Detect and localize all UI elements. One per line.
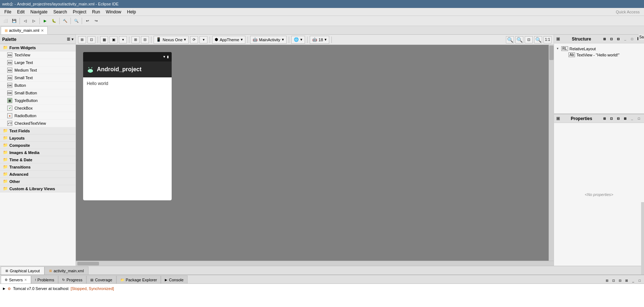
canvas-main[interactable]: ▼ ▮ Android_project [76, 45, 549, 261]
palette-item-medium-text[interactable]: Ab Medium Text [0, 67, 76, 74]
redo-btn[interactable]: ↪ [92, 17, 100, 25]
palette-chevron-icon[interactable]: ▾ [72, 37, 73, 41]
editor-tab-graphical[interactable]: ⊞ Graphical Layout [1, 267, 44, 274]
canvas-btn-1[interactable]: ⊞ [78, 36, 86, 43]
bottom-btn-1[interactable]: ⊞ [604, 278, 610, 283]
canvas-scrollbar-vertical[interactable] [549, 45, 554, 261]
small-text-icon: Ab [7, 75, 12, 80]
palette-category-transitions[interactable]: 📁 Transitions [0, 163, 76, 171]
tree-item-textview[interactable]: Ab TextView - "Hello world!" [563, 52, 642, 58]
new-btn[interactable]: ⬜ [1, 17, 9, 25]
undo-btn[interactable]: ↩ [83, 17, 91, 25]
zoom-real-btn[interactable]: 1:1 [544, 36, 551, 43]
device-dropdown[interactable]: 📱 Nexus One ▾ [154, 36, 189, 44]
bottom-btn-2[interactable]: ⊡ [611, 278, 617, 283]
api-dropdown[interactable]: 🤖 18 ▾ [310, 36, 329, 44]
outline-minimize[interactable]: _ [622, 36, 628, 42]
palette-category-other[interactable]: 📁 Other [0, 178, 76, 185]
outline-maximize[interactable]: □ [629, 36, 635, 42]
canvas-btn-2[interactable]: ⊡ [87, 36, 95, 43]
progress-label: Progress [66, 278, 82, 282]
menu-project[interactable]: Project [70, 9, 89, 15]
canvas-btn-5[interactable]: ▾ [119, 36, 127, 43]
palette-item-radiobutton[interactable]: ● RadioButton [0, 112, 76, 120]
props-minimize[interactable]: _ [629, 116, 635, 121]
rotate-btn[interactable]: ⟳ [190, 36, 198, 43]
theme-dropdown[interactable]: ⬢ AppTheme ▾ [212, 36, 245, 44]
canvas-btn-8[interactable]: ▾ [199, 36, 207, 43]
palette-category-advanced[interactable]: 📁 Advanced [0, 171, 76, 178]
palette-item-textview[interactable]: Ab TextView [0, 51, 76, 59]
device-label: Nexus One [163, 38, 183, 42]
palette-category-time-date[interactable]: 📁 Time & Date [0, 156, 76, 163]
props-scrollbar[interactable] [641, 202, 644, 274]
palette-category-custom-library[interactable]: 📁 Custom & Library Views [0, 185, 76, 192]
palette-item-checkbox[interactable]: ✓ CheckBox [0, 105, 76, 112]
debug-btn[interactable]: 🐛 [50, 17, 58, 25]
palette-category-composite[interactable]: 📁 Composite [0, 142, 76, 149]
canvas-btn-4[interactable]: ▣ [110, 36, 117, 43]
palette-item-small-text[interactable]: Ab Small Text [0, 74, 76, 82]
outline-btn-1[interactable]: ⊞ [602, 36, 607, 42]
bottom-tab-progress[interactable]: ↻ Progress [58, 276, 86, 283]
category-label-layouts: Layouts [9, 136, 25, 140]
props-maximize[interactable]: □ [636, 116, 642, 121]
palette-item-large-text[interactable]: Ab Large Text [0, 59, 76, 67]
bottom-tab-console[interactable]: ▶ Console [161, 276, 187, 283]
palette-item-button[interactable]: OK Button [0, 82, 76, 89]
zoom-out-btn[interactable]: 🔍 [506, 36, 514, 43]
palette-category-text-fields[interactable]: 📁 Text Fields [0, 127, 76, 135]
tab-close-icon[interactable]: ✕ [41, 29, 44, 33]
run-btn[interactable]: ▶ [41, 17, 49, 25]
menu-window[interactable]: Window [103, 9, 124, 15]
tree-item-relative-layout[interactable]: ▼ RL RelativeLayout [556, 46, 642, 52]
zoom-in-btn[interactable]: 🔍 [534, 36, 542, 43]
bottom-btn-4[interactable]: ⊠ [624, 278, 630, 283]
menu-file[interactable]: File [1, 9, 14, 15]
search-btn[interactable]: 🔍 [72, 17, 80, 25]
build-btn[interactable]: 🔨 [61, 17, 69, 25]
category-label-advanced: Advanced [9, 172, 29, 176]
save-btn[interactable]: 💾 [10, 17, 18, 25]
bottom-minimize[interactable]: _ [630, 278, 636, 283]
outline-panel: ▣ Structure ⊞ ⊡ ⊟ _ □ ▶ ▼ RL RelativeLay… [554, 35, 644, 114]
back-btn[interactable]: ◁ [21, 17, 29, 25]
bottom-tab-servers[interactable]: ⚙ Servers ✕ [1, 276, 31, 283]
menu-run[interactable]: Run [89, 9, 103, 15]
main-toolbar: ⬜ 💾 ◁ ▷ ▶ 🐛 🔨 🔍 ↩ ↪ [0, 16, 644, 26]
menu-navigate[interactable]: Navigate [27, 9, 50, 15]
palette-category-layouts[interactable]: 📁 Layouts [0, 135, 76, 142]
zoom-100-btn[interactable]: 🔍 [515, 36, 523, 43]
menu-edit[interactable]: Edit [14, 9, 27, 15]
menu-help[interactable]: Help [124, 9, 139, 15]
outline-btn-3[interactable]: ⊟ [615, 36, 621, 42]
palette-category-images-media[interactable]: 📁 Images & Media [0, 149, 76, 156]
tab-activity-main[interactable]: ⊞ activity_main.xml ✕ [1, 26, 48, 34]
bottom-maximize[interactable]: □ [637, 278, 643, 283]
canvas-scrollbar-horizontal[interactable] [76, 261, 554, 266]
bottom-tab-problems[interactable]: ! Problems [31, 276, 58, 283]
palette-item-toggle-button[interactable]: ▣ ToggleButton [0, 97, 76, 105]
canvas-btn-7[interactable]: ⊟ [141, 36, 149, 43]
bottom-tab-package-explorer[interactable]: 📁 Package Explorer [116, 276, 161, 283]
props-btn-3[interactable]: ⊟ [615, 116, 621, 121]
forward-btn[interactable]: ▷ [30, 17, 38, 25]
server-item-tomcat[interactable]: ▶ ⚙ Tomcat v7.0 Server at localhost [Sto… [3, 285, 641, 292]
canvas-btn-6[interactable]: ⊞ [132, 36, 139, 43]
bottom-btn-3[interactable]: ⊟ [617, 278, 623, 283]
bottom-tab-coverage[interactable]: ▤ Coverage [86, 276, 116, 283]
canvas-btn-3[interactable]: ▦ [100, 36, 108, 43]
props-btn-4[interactable]: ⊠ [622, 116, 628, 121]
menu-search[interactable]: Search [50, 9, 70, 15]
locale-dropdown[interactable]: 🌐 ▾ [291, 36, 305, 44]
outline-btn-2[interactable]: ⊡ [609, 36, 614, 42]
palette-item-checked-textview[interactable]: ✓T CheckedTextView [0, 120, 76, 127]
props-btn-2[interactable]: ⊡ [609, 116, 614, 121]
zoom-fit-btn[interactable]: ⊡ [525, 36, 533, 43]
props-btn-1[interactable]: ⊞ [602, 116, 607, 121]
servers-close-icon[interactable]: ✕ [24, 278, 27, 282]
palette-category-form-widgets[interactable]: 📁 Form Widgets [0, 44, 76, 51]
editor-tab-xml[interactable]: ⊞ activity_main.xml [44, 267, 89, 274]
palette-item-small-button[interactable]: OK Small Button [0, 89, 76, 97]
activity-dropdown[interactable]: 🤖 MainActivity ▾ [250, 36, 287, 44]
